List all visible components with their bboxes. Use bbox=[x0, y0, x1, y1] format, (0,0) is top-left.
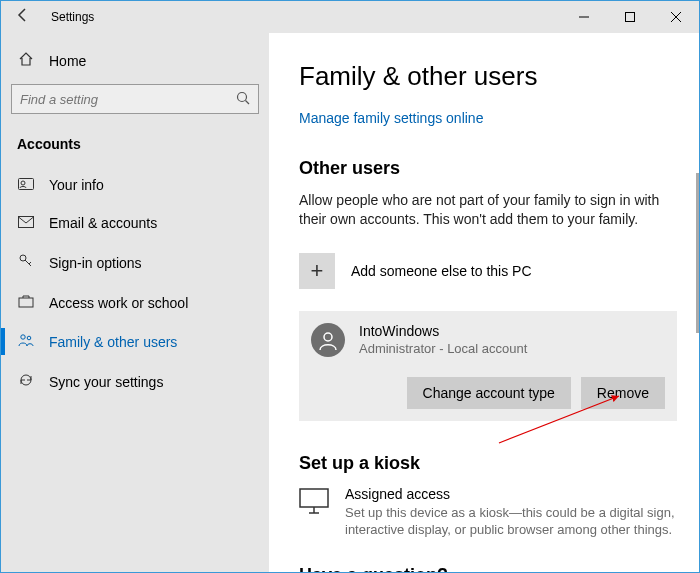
sidebar-item-your-info[interactable]: Your info bbox=[11, 166, 259, 204]
minimize-button[interactable] bbox=[561, 1, 607, 33]
back-button[interactable] bbox=[1, 7, 45, 27]
sidebar-item-label: Sign-in options bbox=[49, 255, 142, 271]
user-row[interactable]: IntoWindows Administrator - Local accoun… bbox=[311, 323, 665, 357]
briefcase-icon bbox=[17, 294, 35, 311]
search-icon bbox=[235, 90, 251, 109]
add-user-label: Add someone else to this PC bbox=[351, 263, 532, 279]
main-content: Family & other users Manage family setti… bbox=[269, 33, 699, 572]
svg-rect-12 bbox=[19, 298, 33, 307]
nav-home[interactable]: Home bbox=[11, 41, 259, 84]
kiosk-subtitle: Set up this device as a kiosk—this could… bbox=[345, 504, 677, 539]
person-card-icon bbox=[17, 177, 35, 193]
sidebar-item-access-work-school[interactable]: Access work or school bbox=[11, 283, 259, 322]
search-wrap bbox=[11, 84, 259, 114]
search-input[interactable] bbox=[11, 84, 259, 114]
sidebar-item-email-accounts[interactable]: Email & accounts bbox=[11, 204, 259, 242]
plus-icon: + bbox=[299, 253, 335, 289]
question-heading: Have a question? bbox=[299, 565, 677, 572]
scroll-thumb[interactable] bbox=[696, 173, 699, 333]
kiosk-row[interactable]: Assigned access Set up this device as a … bbox=[299, 486, 677, 539]
window-title: Settings bbox=[45, 10, 94, 24]
svg-line-5 bbox=[246, 101, 250, 105]
close-button[interactable] bbox=[653, 1, 699, 33]
sidebar-item-sync-settings[interactable]: Sync your settings bbox=[11, 361, 259, 402]
sidebar-item-label: Access work or school bbox=[49, 295, 188, 311]
svg-line-11 bbox=[29, 262, 31, 264]
monitor-icon bbox=[299, 486, 329, 517]
user-card: IntoWindows Administrator - Local accoun… bbox=[299, 311, 677, 421]
home-icon bbox=[17, 51, 35, 70]
people-icon bbox=[17, 333, 35, 350]
nav-home-label: Home bbox=[49, 53, 86, 69]
sidebar-item-label: Email & accounts bbox=[49, 215, 157, 231]
svg-point-14 bbox=[27, 336, 31, 340]
sync-icon bbox=[17, 372, 35, 391]
sidebar-section-head: Accounts bbox=[11, 130, 259, 166]
svg-point-13 bbox=[21, 335, 25, 339]
remove-button[interactable]: Remove bbox=[581, 377, 665, 409]
sidebar-item-label: Your info bbox=[49, 177, 104, 193]
svg-point-15 bbox=[324, 333, 332, 341]
mail-icon bbox=[17, 215, 35, 231]
sidebar-item-family-other-users[interactable]: Family & other users bbox=[11, 322, 259, 361]
kiosk-title: Assigned access bbox=[345, 486, 677, 502]
svg-rect-16 bbox=[300, 489, 328, 507]
user-name: IntoWindows bbox=[359, 323, 527, 339]
sidebar-item-signin-options[interactable]: Sign-in options bbox=[11, 242, 259, 283]
other-users-heading: Other users bbox=[299, 158, 677, 179]
sidebar-item-label: Family & other users bbox=[49, 334, 177, 350]
change-account-type-button[interactable]: Change account type bbox=[407, 377, 571, 409]
manage-family-link[interactable]: Manage family settings online bbox=[299, 110, 677, 126]
svg-point-4 bbox=[238, 93, 247, 102]
page-title: Family & other users bbox=[299, 61, 677, 92]
add-user-button[interactable]: + Add someone else to this PC bbox=[299, 247, 677, 295]
svg-point-7 bbox=[21, 181, 25, 185]
svg-rect-8 bbox=[19, 217, 34, 228]
sidebar: Home Accounts Your info Email & accounts bbox=[1, 33, 269, 572]
sidebar-item-label: Sync your settings bbox=[49, 374, 163, 390]
scrollbar[interactable] bbox=[695, 33, 699, 572]
user-subtitle: Administrator - Local account bbox=[359, 341, 527, 356]
avatar-icon bbox=[311, 323, 345, 357]
kiosk-heading: Set up a kiosk bbox=[299, 453, 677, 474]
titlebar: Settings bbox=[1, 1, 699, 33]
maximize-button[interactable] bbox=[607, 1, 653, 33]
key-icon bbox=[17, 253, 35, 272]
other-users-desc: Allow people who are not part of your fa… bbox=[299, 191, 677, 229]
svg-rect-1 bbox=[626, 13, 635, 22]
